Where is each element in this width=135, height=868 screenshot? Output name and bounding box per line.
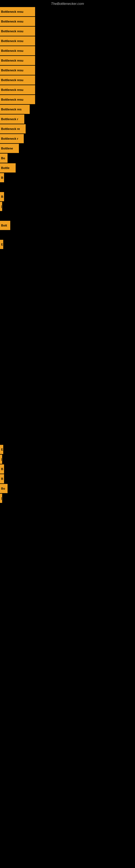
bar-label: Bottlene [0, 144, 19, 153]
bar-row: Bott [0, 221, 135, 230]
bar-label: Bottleneck resu [0, 17, 35, 26]
bar-row: Bottleneck resu [0, 36, 135, 45]
bar-label: B [0, 474, 4, 484]
bar-row: Bottleneck resu [0, 75, 135, 85]
bar-label: Bottleneck r [0, 115, 24, 124]
bar-spacer [0, 380, 135, 401]
bar-row: Bottleneck resu [0, 7, 135, 16]
bar-label: E [0, 240, 3, 249]
bar-row: Bottleneck resu [0, 95, 135, 104]
bars-container: Bottleneck resuBottleneck resuBottleneck… [0, 7, 135, 503]
bar-label: Bottleneck resu [0, 46, 35, 55]
bar-label: Bottleneck resu [0, 56, 35, 65]
bar-label: B [0, 173, 4, 182]
bar-label: | [0, 202, 2, 211]
bar-row: Bo [0, 154, 135, 163]
bar-row: Bottleneck resu [0, 46, 135, 55]
bar-label: E [0, 445, 3, 454]
bar-label: | [0, 455, 2, 464]
bar-row: | [0, 202, 135, 211]
bar-row: Bottleneck resu [0, 27, 135, 36]
bar-label: Bottleneck resu [0, 95, 35, 104]
bar-row: Bottle [0, 163, 135, 173]
bar-row: Bottleneck resu [0, 85, 135, 94]
bar-row: B [0, 173, 135, 182]
bar-row: Bottleneck r [0, 134, 135, 143]
bar-row: B [0, 464, 135, 474]
bar-row: Bottleneck resu [0, 17, 135, 26]
bar-label: B [0, 464, 4, 474]
bar-row: B [0, 192, 135, 201]
bar-spacer [0, 358, 135, 380]
bar-label: Bottleneck resu [0, 85, 35, 94]
bar-label: Bottle [0, 163, 16, 173]
bar-label: Bottleneck resu [0, 27, 35, 36]
bar-spacer [0, 336, 135, 358]
bar-row: Bottleneck resu [0, 66, 135, 75]
bar-label: Bo [0, 154, 8, 163]
bar-spacer [0, 293, 135, 315]
bar-row: Bottlene [0, 144, 135, 153]
bar-row: Bo [0, 484, 135, 493]
bar-label: | [0, 494, 2, 503]
bar-label: Bottleneck r [0, 134, 24, 143]
site-title: TheBottlenecker.com [51, 2, 84, 6]
bar-label: Bottleneck res [0, 105, 30, 114]
bar-spacer [0, 315, 135, 336]
bar-label: Bottleneck re [0, 124, 26, 133]
bar-label: Bottleneck resu [0, 7, 35, 16]
bar-spacer [0, 401, 135, 423]
bar-spacer [0, 423, 135, 445]
bar-row: Bottleneck resu [0, 56, 135, 65]
bar-spacer [0, 271, 135, 293]
bar-spacer [0, 250, 135, 271]
bar-label: B [0, 192, 4, 201]
bar-label: Bottleneck resu [0, 36, 35, 45]
bar-label: Bo [0, 484, 8, 493]
bar-label: Bott [0, 221, 10, 230]
bar-row: Bottleneck res [0, 105, 135, 114]
bar-row: Bottleneck r [0, 115, 135, 124]
bar-row: | [0, 494, 135, 503]
bar-row: B [0, 474, 135, 484]
bar-row: E [0, 445, 135, 454]
bar-spacer [0, 212, 135, 221]
bar-label: Bottleneck resu [0, 66, 35, 75]
bar-row: | [0, 455, 135, 464]
bar-row: Bottleneck re [0, 124, 135, 133]
bar-spacer [0, 230, 135, 240]
bar-label: Bottleneck resu [0, 75, 35, 85]
bar-row: E [0, 240, 135, 249]
bar-spacer [0, 183, 135, 192]
